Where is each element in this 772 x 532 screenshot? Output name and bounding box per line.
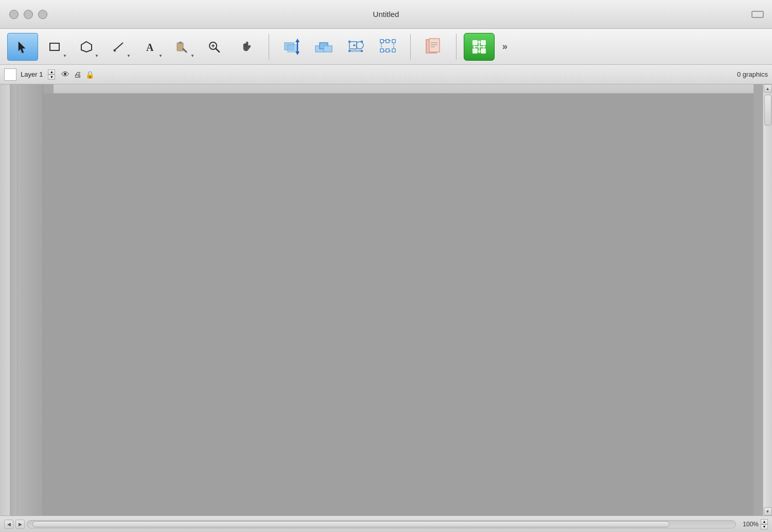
svg-rect-14 xyxy=(288,45,297,52)
scroll-track-vertical[interactable] xyxy=(763,93,772,507)
layer-name-label: Layer 1 xyxy=(21,70,43,78)
scroll-right-arrow[interactable]: ▶ xyxy=(15,520,25,529)
svg-marker-48 xyxy=(478,51,481,54)
resize-button[interactable] xyxy=(751,11,764,18)
paint-tool-button[interactable]: ▼ xyxy=(167,33,198,61)
svg-marker-0 xyxy=(19,42,25,53)
template-tools xyxy=(416,33,451,61)
scroll-up-arrow[interactable]: ▲ xyxy=(764,84,772,93)
polygon-tool-button[interactable]: ▼ xyxy=(71,33,102,61)
title-bar: Untitled xyxy=(0,0,772,29)
toolbar-divider-1 xyxy=(269,34,269,60)
svg-rect-1 xyxy=(50,43,59,50)
layer-print-icon[interactable]: 🖨 xyxy=(74,70,81,79)
svg-rect-19 xyxy=(320,43,328,49)
canvas-area[interactable] xyxy=(43,84,763,516)
vertical-ruler xyxy=(0,84,10,516)
svg-marker-2 xyxy=(81,42,92,52)
svg-marker-4 xyxy=(114,49,116,51)
drawing-canvas[interactable] xyxy=(43,94,753,516)
scroll-thumb-vertical[interactable] xyxy=(764,95,771,126)
transform-button[interactable] xyxy=(372,33,403,61)
svg-rect-30 xyxy=(380,40,383,43)
line-dropdown-arrow: ▼ xyxy=(127,54,131,58)
svg-rect-42 xyxy=(481,40,486,45)
svg-rect-26 xyxy=(361,41,363,43)
svg-line-3 xyxy=(114,43,123,51)
svg-rect-34 xyxy=(386,40,389,43)
svg-marker-47 xyxy=(478,40,481,43)
minimize-button[interactable] xyxy=(24,10,33,19)
toolbar-divider-2 xyxy=(410,34,411,60)
svg-rect-41 xyxy=(472,40,478,45)
svg-rect-44 xyxy=(481,48,486,54)
align-button[interactable] xyxy=(340,33,371,61)
svg-rect-32 xyxy=(380,49,383,52)
layer-order-down[interactable]: ▼ xyxy=(48,75,55,80)
svg-rect-29 xyxy=(381,41,394,51)
svg-rect-27 xyxy=(348,50,350,52)
vertical-scrollbar[interactable]: ▲ ▼ xyxy=(763,84,772,516)
svg-line-8 xyxy=(183,49,186,52)
svg-marker-50 xyxy=(483,45,486,48)
layer-lock-icon[interactable]: 🔒 xyxy=(85,70,94,79)
svg-marker-16 xyxy=(295,39,300,42)
grid-snap-button[interactable] xyxy=(464,33,495,61)
horizontal-ruler xyxy=(54,84,753,94)
close-button[interactable] xyxy=(9,10,19,19)
zoom-tool-button[interactable] xyxy=(199,33,230,61)
horizontal-scrollbar-thumb[interactable] xyxy=(32,521,670,527)
layer-visibility-icon[interactable]: 👁 xyxy=(61,70,69,79)
layer-order-stepper[interactable]: ▲ ▼ xyxy=(48,69,55,80)
layer-icons-group: 👁 🖨 🔒 xyxy=(61,70,94,79)
text-dropdown-arrow: ▼ xyxy=(159,54,163,58)
line-tool-button[interactable]: ▼ xyxy=(103,33,134,61)
snap-tools xyxy=(462,33,497,61)
layer-order-up[interactable]: ▲ xyxy=(48,69,55,75)
svg-rect-6 xyxy=(177,43,183,51)
svg-text:A: A xyxy=(146,42,154,53)
toolbar-divider-3 xyxy=(456,34,457,60)
svg-point-23 xyxy=(353,44,355,46)
text-tool-button[interactable]: A ▼ xyxy=(135,33,166,61)
bottom-bar: ◀ ▶ 100% ▲ ▼ xyxy=(0,516,772,532)
svg-rect-35 xyxy=(386,49,389,52)
zoom-out-button[interactable]: ▼ xyxy=(761,524,768,529)
scroll-down-arrow[interactable]: ▼ xyxy=(764,507,772,516)
zoom-in-button[interactable]: ▲ xyxy=(761,519,768,524)
maximize-button[interactable] xyxy=(38,10,47,19)
graphics-count-label: 0 graphics xyxy=(737,70,768,78)
select-tool-button[interactable] xyxy=(7,33,38,61)
svg-rect-13 xyxy=(285,43,294,50)
paint-dropdown-arrow: ▼ xyxy=(190,54,195,58)
polygon-dropdown-arrow: ▼ xyxy=(95,54,99,58)
svg-rect-43 xyxy=(472,48,478,54)
main-area: ▲ ▼ xyxy=(0,84,772,516)
hand-tool-button[interactable] xyxy=(231,33,261,61)
svg-marker-17 xyxy=(295,51,300,55)
scroll-left-arrow[interactable]: ◀ xyxy=(4,520,13,529)
layer-bar: Layer 1 ▲ ▼ 👁 🖨 🔒 0 graphics xyxy=(0,65,772,84)
more-tools-button[interactable]: » xyxy=(498,33,512,61)
layers-button[interactable] xyxy=(308,33,339,61)
left-panel-col2 xyxy=(17,84,43,516)
more-tools-label: » xyxy=(502,41,507,52)
svg-point-22 xyxy=(356,42,363,49)
layer-color-swatch[interactable] xyxy=(4,68,16,81)
window-controls xyxy=(9,10,47,19)
rectangle-tool-button[interactable]: ▼ xyxy=(39,33,70,61)
zoom-stepper[interactable]: ▲ ▼ xyxy=(761,519,768,529)
svg-rect-7 xyxy=(179,42,182,44)
window-title: Untitled xyxy=(373,10,399,19)
horizontal-scrollbar-track[interactable] xyxy=(27,520,736,528)
template-button[interactable] xyxy=(418,33,449,61)
arrange-up-button[interactable] xyxy=(276,33,307,61)
svg-rect-21 xyxy=(349,42,357,49)
svg-rect-37 xyxy=(429,39,440,52)
zoom-area: 100% ▲ ▼ xyxy=(740,519,768,529)
svg-rect-24 xyxy=(348,50,363,52)
selection-tools: ▼ ▼ ▼ A ▼ xyxy=(5,33,264,61)
main-toolbar: ▼ ▼ ▼ A ▼ xyxy=(0,29,772,65)
svg-point-9 xyxy=(209,42,217,49)
svg-rect-33 xyxy=(392,49,395,52)
